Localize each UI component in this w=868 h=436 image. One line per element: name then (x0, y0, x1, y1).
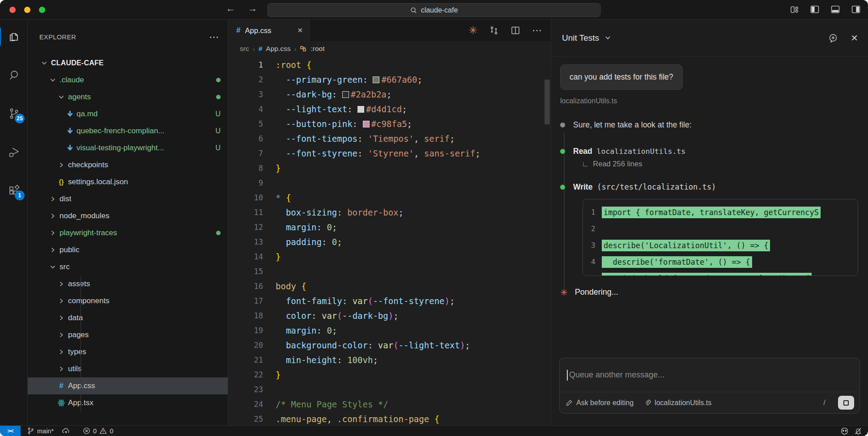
tree-item-app-tsx[interactable]: App.tsx (28, 394, 228, 411)
tree-item-label: visual-testing-playwright... (77, 144, 164, 152)
activity-search[interactable] (0, 64, 27, 86)
editor-scrollbar[interactable] (545, 80, 550, 124)
activity-explorer[interactable] (0, 26, 27, 47)
tree-item-utils[interactable]: utils (28, 360, 228, 377)
activity-run-debug[interactable] (0, 141, 27, 163)
copilot-icon[interactable] (840, 426, 849, 436)
tree-item-types[interactable]: types (28, 343, 228, 360)
close-window-button[interactable] (9, 7, 16, 13)
tree-item-app-css[interactable]: #App.css (28, 377, 228, 394)
line-number: 20 (228, 341, 263, 350)
new-chat-icon[interactable] (828, 33, 838, 43)
css-file-icon: # (236, 26, 240, 35)
tree-item-assets[interactable]: assets (28, 275, 228, 292)
problems-status[interactable]: 0 0 (79, 426, 117, 436)
tool-success-icon (560, 149, 565, 154)
stop-button[interactable] (838, 396, 854, 410)
slash-command-hint[interactable]: / (823, 398, 834, 407)
search-icon (7, 68, 21, 82)
line-number: 10 (228, 193, 263, 202)
chat-transcript: can you add tests for this file? localiz… (551, 56, 868, 297)
tree-item-node-modules[interactable]: node_modules (28, 207, 228, 224)
forward-button[interactable]: → (248, 3, 257, 14)
breadcrumb[interactable]: src › # App.css › :root (228, 41, 551, 56)
back-button[interactable]: ← (226, 3, 235, 14)
titlebar: ← → claude-cafe (0, 0, 868, 20)
read-result: ∟ Read 256 lines (582, 160, 859, 168)
tree-item-claude-cafe[interactable]: CLAUDE-CAFE (28, 55, 228, 72)
tree-item-quebec-french-complian-[interactable]: quebec-french-complian...U (28, 123, 228, 140)
breadcrumb-src[interactable]: src (240, 45, 249, 53)
code-line-24: 24/* Menu Page Styles */ (228, 397, 551, 411)
tree-item-components[interactable]: components (28, 292, 228, 309)
tab-app-css[interactable]: # App.css ✕ (228, 20, 310, 41)
chevron-down-icon[interactable] (604, 34, 611, 41)
status-bar: >< main* 0 0 (0, 425, 868, 436)
remote-indicator[interactable]: >< (0, 426, 21, 436)
close-panel-icon[interactable]: ✕ (851, 33, 858, 43)
close-tab-icon[interactable]: ✕ (297, 26, 303, 34)
code-editor[interactable]: 1:root {2 --primary-green: #667a60;3 --d… (228, 56, 551, 426)
edit-mode-selector[interactable]: Ask before editing (566, 399, 634, 407)
branch-status[interactable]: main* (21, 426, 58, 436)
claude-icon[interactable]: ✳ (468, 25, 477, 36)
editor-group: # App.css ✕ ✳ ⋯ src › # App.css › :root (228, 20, 551, 425)
line-number: 1 (228, 60, 263, 69)
tree-item-settings-local-json[interactable]: {}settings.local.json (28, 174, 228, 190)
chevron-right-icon (48, 212, 58, 220)
git-modified-dot-icon (216, 78, 221, 82)
tree-item--claude[interactable]: .claude (28, 72, 228, 89)
tab-label: App.css (245, 26, 271, 35)
cloud-upload-icon (62, 427, 70, 435)
minimize-window-button[interactable] (24, 7, 30, 13)
color-swatch-icon[interactable] (357, 106, 364, 113)
code-line-17: 17 font-family: var(--font-styrene); (228, 293, 551, 308)
thread-line (564, 133, 565, 289)
text-caret (567, 370, 568, 381)
editor-more-actions[interactable]: ⋯ (532, 25, 542, 36)
tree-item-playwright-traces[interactable]: playwright-traces (28, 224, 228, 241)
tree-item-pages[interactable]: pages (28, 326, 228, 343)
customize-layout-icon[interactable] (790, 5, 799, 14)
tree-item-data[interactable]: data (28, 309, 228, 326)
activity-extensions[interactable]: 1 (0, 180, 27, 201)
bell-slash-icon[interactable] (854, 427, 863, 436)
message-composer[interactable]: Queue another message... Ask before edit… (559, 358, 860, 414)
chevron-right-icon: › (253, 45, 255, 53)
tree-item-public[interactable]: public (28, 241, 228, 258)
git-branch-icon (27, 427, 34, 435)
tree-item-dist[interactable]: dist (28, 190, 228, 207)
explorer-more-actions[interactable]: ⋯ (209, 35, 219, 39)
command-center-search[interactable]: claude-cafe (268, 3, 601, 17)
tree-item-visual-testing-playwright-[interactable]: visual-testing-playwright...U (28, 140, 228, 157)
message-input[interactable]: Queue another message... (560, 358, 859, 392)
compare-changes-icon[interactable] (489, 25, 499, 35)
color-swatch-icon[interactable] (363, 121, 370, 127)
breadcrumb-file[interactable]: App.css (266, 45, 290, 53)
code-line-20: 20 background-color: var(--light-text); (228, 338, 551, 352)
code-line-2: 2 --primary-green: #667a60; (228, 72, 551, 87)
code-line-content: } (263, 252, 281, 262)
tree-item-agents[interactable]: agents (28, 89, 228, 106)
tab-bar: # App.css ✕ ✳ ⋯ (228, 20, 551, 41)
diff-preview[interactable]: 1import { formatDate, translateKey, getC… (583, 199, 858, 276)
split-editor-icon[interactable] (511, 25, 520, 35)
tree-item-checkpoints[interactable]: checkpoints (28, 157, 228, 174)
color-swatch-icon[interactable] (342, 91, 349, 98)
added-code-text: describe('formatDate', () => { (602, 256, 752, 268)
sync-changes-button[interactable] (58, 426, 74, 436)
chevron-right-icon (48, 246, 58, 254)
tree-item-src[interactable]: src (28, 258, 228, 275)
tree-item-qa-md[interactable]: qa.mdU (28, 106, 228, 123)
toggle-panel-icon[interactable] (830, 4, 840, 14)
color-swatch-icon[interactable] (373, 76, 379, 83)
code-line-9: 9 (228, 175, 551, 190)
attached-file-chip[interactable]: localizationUtils.ts (644, 399, 711, 407)
files-icon (7, 30, 21, 43)
toggle-secondary-sidebar-icon[interactable] (851, 4, 861, 14)
activity-source-control[interactable]: 25 (0, 103, 27, 124)
zoom-window-button[interactable] (39, 7, 45, 13)
toggle-primary-sidebar-icon[interactable] (810, 4, 820, 14)
breadcrumb-symbol[interactable]: :root (311, 45, 324, 53)
chat-title[interactable]: Unit Tests (562, 33, 599, 43)
